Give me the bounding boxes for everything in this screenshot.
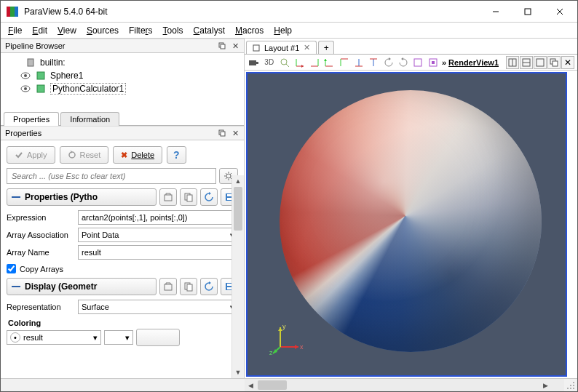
representation-select[interactable]: Surface▾ (78, 300, 238, 314)
zoom-fit-icon[interactable] (412, 56, 424, 69)
layout-tabs: Layout #1✕ + (245, 39, 577, 55)
h-scrollbar[interactable]: ◀ ▶ (245, 379, 564, 391)
svg-text:x: x (300, 343, 304, 351)
svg-line-23 (226, 178, 227, 180)
source-icon (36, 71, 46, 81)
render-view[interactable]: x y z (246, 72, 567, 377)
mode-3d-button[interactable]: 3D (262, 56, 276, 69)
coloring-component-select[interactable]: ▾ (104, 330, 133, 345)
axis-pz-icon[interactable] (353, 56, 365, 69)
axis-ny-icon[interactable] (339, 56, 350, 69)
svg-rect-1 (525, 9, 531, 15)
menu-view[interactable]: View (58, 25, 76, 36)
menu-tools[interactable]: Tools (163, 25, 183, 36)
pipeline-header: Pipeline Browser ✕ (1, 39, 244, 53)
svg-rect-5 (221, 44, 225, 49)
visibility-icon[interactable] (20, 83, 31, 95)
pipeline-item-pycalc[interactable]: PythonCalculator1 (5, 82, 239, 95)
axis-nz-icon[interactable] (368, 56, 379, 69)
svg-rect-67 (537, 59, 544, 66)
restore-defaults-icon[interactable] (159, 278, 177, 295)
array-assoc-select[interactable]: Point Data▾ (78, 228, 238, 242)
resize-grip[interactable] (564, 379, 577, 391)
svg-rect-9 (37, 72, 44, 79)
svg-rect-41 (256, 62, 258, 64)
lens-icon[interactable] (279, 56, 290, 69)
apply-button[interactable]: Apply (7, 146, 55, 164)
restore-view-icon[interactable] (547, 56, 561, 69)
sphere-rendering (280, 90, 542, 352)
pipeline-float-icon[interactable] (216, 40, 228, 52)
section-display[interactable]: Display (Geometr (7, 278, 157, 295)
reset-button[interactable]: Reset (60, 146, 109, 164)
axis-py-icon[interactable] (323, 56, 335, 69)
pipeline-tree[interactable]: builtin: Sphere1 PythonCalculator1 (1, 53, 244, 108)
pipeline-item-builtin[interactable]: builtin: (5, 56, 239, 69)
maximize-view-icon[interactable] (534, 56, 547, 69)
copy-arrays-label: Copy Arrays (20, 265, 63, 273)
maximize-button[interactable] (512, 1, 544, 22)
help-button[interactable]: ? (167, 146, 186, 164)
menu-filters[interactable]: Filters (129, 25, 153, 36)
rotate-ccw-icon[interactable] (397, 56, 409, 69)
split-h-icon[interactable] (506, 56, 519, 69)
menu-catalyst[interactable]: Catalyst (194, 25, 225, 36)
camera-icon[interactable] (248, 56, 259, 69)
svg-rect-40 (249, 60, 256, 65)
pipeline-item-label: Sphere1 (50, 71, 83, 81)
axis-nx-icon[interactable] (309, 56, 320, 69)
tab-properties[interactable]: Properties (4, 112, 59, 126)
viewport-toolbar: 3D »RenderView1 ✕ (245, 55, 577, 71)
tab-information[interactable]: Information (60, 112, 119, 126)
menu-help[interactable]: Help (274, 25, 292, 36)
coloring-unknown-button[interactable] (136, 329, 180, 346)
menu-sources[interactable]: Sources (87, 25, 119, 36)
close-button[interactable] (544, 1, 576, 22)
axis-px-icon[interactable] (293, 56, 305, 69)
layout-tab-1[interactable]: Layout #1✕ (246, 41, 317, 54)
delete-button[interactable]: ✖Delete (113, 146, 162, 164)
svg-point-11 (24, 87, 27, 90)
pipeline-close-icon[interactable]: ✕ (229, 40, 241, 52)
properties-vscrollbar[interactable]: ▲ ▼ (231, 175, 244, 378)
visibility-icon[interactable] (9, 57, 21, 68)
layout-icon (253, 44, 260, 52)
split-v-icon[interactable] (520, 56, 533, 69)
copy-icon[interactable] (180, 188, 197, 206)
statusbar: ◀ ▶ (1, 378, 577, 391)
rotate-cw-icon[interactable] (383, 56, 395, 69)
visibility-icon[interactable] (20, 70, 31, 81)
tab-close-icon[interactable]: ✕ (304, 43, 310, 52)
svg-point-81 (573, 385, 574, 386)
svg-marker-71 (295, 345, 298, 349)
copy-arrays-checkbox[interactable] (7, 264, 16, 273)
close-view-icon[interactable]: ✕ (561, 56, 574, 69)
svg-point-80 (570, 388, 571, 389)
menu-edit[interactable]: Edit (32, 25, 47, 36)
expression-input[interactable] (78, 210, 238, 225)
properties-float-icon[interactable] (216, 127, 228, 139)
array-name-input[interactable] (78, 245, 238, 260)
add-layout-button[interactable]: + (318, 41, 334, 54)
menu-file[interactable]: File (8, 25, 22, 36)
zoom-data-icon[interactable] (427, 56, 439, 69)
reload-icon[interactable] (200, 278, 218, 295)
svg-point-8 (24, 74, 27, 77)
renderview-label: »RenderView1 (442, 58, 499, 67)
properties-close-icon[interactable]: ✕ (229, 127, 241, 139)
search-input[interactable] (7, 168, 216, 184)
restore-defaults-icon[interactable] (159, 188, 177, 206)
array-name-label: Array Name (7, 248, 75, 257)
pipeline-item-sphere[interactable]: Sphere1 (5, 69, 239, 82)
svg-point-15 (69, 152, 75, 158)
svg-rect-32 (12, 286, 20, 287)
svg-rect-6 (28, 59, 33, 66)
reload-icon[interactable] (200, 188, 218, 206)
minimize-button[interactable] (480, 1, 512, 22)
copy-icon[interactable] (180, 278, 197, 295)
menubar: File Edit View Sources Filters Tools Cat… (1, 23, 577, 39)
array-assoc-label: Array Association (7, 231, 75, 239)
section-properties[interactable]: Properties (Pytho (7, 188, 157, 206)
coloring-array-select[interactable]: •result▾ (7, 330, 101, 345)
menu-macros[interactable]: Macros (235, 25, 264, 36)
